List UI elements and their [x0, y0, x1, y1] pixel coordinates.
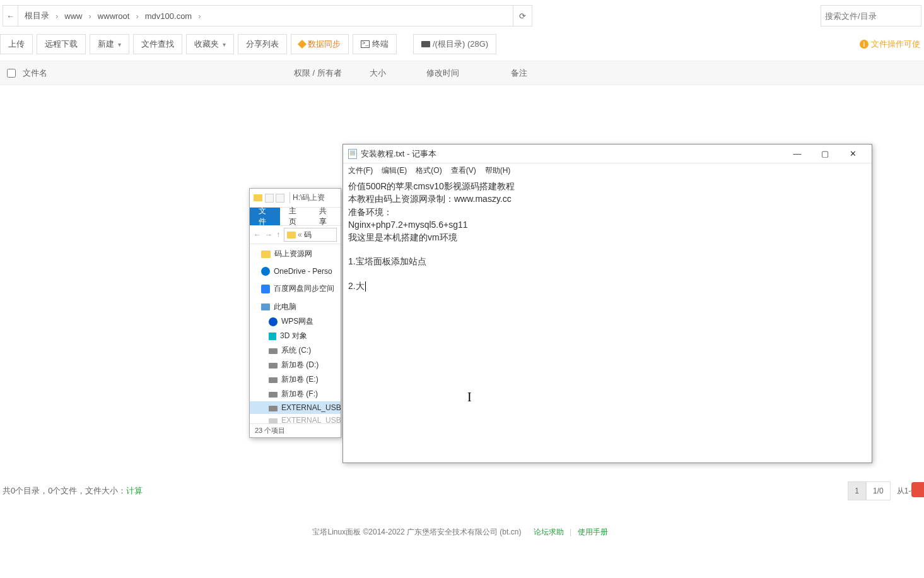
- breadcrumb: ← 根目录 › www › wwwroot › mdv100.com › ⟳: [3, 5, 532, 27]
- info-icon: i: [860, 40, 868, 49]
- breadcrumb-seg-wwwroot[interactable]: wwwroot: [91, 11, 136, 21]
- file-find-button[interactable]: 文件查找: [133, 34, 182, 54]
- forum-link[interactable]: 论坛求助: [534, 528, 564, 536]
- terminal-button[interactable]: 终端: [353, 34, 397, 54]
- drive-icon: [269, 377, 278, 383]
- back-button[interactable]: ←: [3, 5, 18, 27]
- folder-icon: [287, 232, 296, 239]
- explorer-titlebar[interactable]: H:\码上资: [250, 189, 341, 208]
- nav-back-icon[interactable]: ←: [254, 230, 261, 239]
- tree-item-folder[interactable]: 码上资源网: [250, 247, 341, 261]
- upload-button[interactable]: 上传: [0, 34, 33, 54]
- tab-share[interactable]: 共享: [310, 208, 341, 225]
- tree-item-3d[interactable]: 3D 对象: [250, 329, 341, 343]
- tree-item-drive-d[interactable]: 新加卷 (D:): [250, 358, 341, 372]
- col-mtime[interactable]: 修改时间: [426, 68, 508, 79]
- page-current[interactable]: 1: [848, 481, 866, 500]
- breadcrumb-seg-www[interactable]: www: [58, 11, 88, 21]
- explorer-tree: 码上资源网 OneDrive - Perso 百度网盘同步空间 此电脑 WPS网…: [250, 244, 341, 429]
- breadcrumb-seg-domain[interactable]: mdv100.com: [139, 11, 198, 21]
- minimize-button[interactable]: —: [783, 145, 811, 163]
- menu-file[interactable]: 文件(F): [348, 165, 373, 176]
- tree-item-baidu[interactable]: 百度网盘同步空间: [250, 281, 341, 296]
- col-size[interactable]: 大小: [370, 68, 426, 79]
- notepad-icon: [348, 149, 357, 159]
- qat-button[interactable]: [276, 194, 284, 203]
- tree-item-wps[interactable]: WPS网盘: [250, 314, 341, 329]
- text-cursor-icon: [365, 281, 366, 292]
- new-button[interactable]: 新建▾: [90, 34, 129, 54]
- refresh-button[interactable]: ⟳: [513, 5, 532, 27]
- table-header: 文件名 权限 / 所有者 大小 修改时间 备注: [0, 61, 924, 85]
- text-line: Nginx+php7.2+mysql5.6+sg11: [348, 218, 867, 231]
- wps-icon: [269, 317, 278, 326]
- tree-item-external-usb[interactable]: EXTERNAL_USB: [250, 401, 341, 414]
- folder-icon: [261, 251, 271, 258]
- qat-button[interactable]: [265, 194, 274, 203]
- notepad-content[interactable]: 价值500R的苹果cmsv10影视源码搭建教程 本教程由码上资源网录制：www.…: [343, 177, 872, 295]
- explorer-address-bar[interactable]: « 码: [284, 228, 337, 242]
- summary-bar: 共0个目录，0个文件，文件大小： 计算 1 1/0 从1-0: [0, 476, 924, 505]
- drive-icon: [269, 392, 278, 398]
- summary-text: 共0个目录，0个文件，文件大小：: [3, 485, 126, 497]
- explorer-window[interactable]: H:\码上资 文件 主页 共享 ← → ↑ « 码 码上资源网 OneDrive…: [249, 188, 341, 438]
- tree-item-drive-c[interactable]: 系统 (C:): [250, 343, 341, 358]
- calc-size-link[interactable]: 计算: [126, 485, 143, 497]
- tab-file[interactable]: 文件: [250, 208, 280, 225]
- text-line: 1.宝塔面板添加站点: [348, 255, 867, 268]
- 3d-icon: [269, 333, 276, 340]
- quick-access-toolbar: [265, 194, 284, 203]
- nav-forward-icon[interactable]: →: [265, 230, 272, 239]
- menu-format[interactable]: 格式(O): [416, 165, 442, 176]
- diamond-icon: [298, 40, 307, 49]
- file-ops-hint: i 文件操作可使: [860, 38, 924, 50]
- drive-icon: [269, 406, 278, 411]
- text-line: 准备环境：: [348, 206, 867, 218]
- tree-item-drive-e[interactable]: 新加卷 (E:): [250, 372, 341, 387]
- disk-icon: [421, 41, 430, 47]
- notepad-window[interactable]: 安装教程.txt - 记事本 — ▢ ✕ 文件(F) 编辑(E) 格式(O) 查…: [342, 144, 872, 463]
- col-permission[interactable]: 权限 / 所有者: [294, 68, 370, 79]
- share-list-button[interactable]: 分享列表: [238, 34, 287, 54]
- text-line: 我这里是本机搭建的vm环境: [348, 231, 867, 244]
- folder-icon: [254, 194, 262, 201]
- favorites-button[interactable]: 收藏夹▾: [186, 34, 234, 54]
- manual-link[interactable]: 使用手册: [578, 528, 608, 536]
- baidu-icon: [261, 285, 270, 293]
- maximize-button[interactable]: ▢: [811, 145, 839, 163]
- breadcrumb-seg-root[interactable]: 根目录: [18, 10, 56, 21]
- copyright-text: 宝塔Linux面板 ©2014-2022 广东堡塔安全技术有限公司 (bt.cn…: [312, 528, 521, 536]
- chevron-down-icon: ▾: [223, 41, 226, 48]
- remote-download-button[interactable]: 远程下载: [37, 34, 86, 54]
- chevron-down-icon: ▾: [118, 41, 121, 48]
- tree-item-drive-f[interactable]: 新加卷 (F:): [250, 387, 341, 401]
- pager: 1 1/0 从1-0: [848, 481, 921, 500]
- text-line: 价值500R的苹果cmsv10影视源码搭建教程: [348, 180, 867, 192]
- terminal-icon: [361, 40, 370, 48]
- ibeam-cursor-icon: I: [467, 390, 472, 404]
- explorer-ribbon-tabs: 文件 主页 共享: [250, 208, 341, 225]
- search-input-wrapper[interactable]: [821, 5, 921, 27]
- text-line: 2.大: [348, 280, 867, 292]
- nav-up-icon[interactable]: ↑: [276, 230, 280, 239]
- menu-edit[interactable]: 编辑(E): [382, 165, 407, 176]
- drive-icon: [269, 363, 278, 369]
- chevron-right-icon: ›: [198, 11, 201, 21]
- tree-item-thispc[interactable]: 此电脑: [250, 300, 341, 314]
- search-input[interactable]: [825, 11, 917, 21]
- pc-icon: [261, 304, 270, 310]
- notepad-menubar: 文件(F) 编辑(E) 格式(O) 查看(V) 帮助(H): [343, 163, 872, 177]
- drive-icon: [269, 348, 278, 354]
- data-sync-button[interactable]: 数据同步: [291, 34, 349, 54]
- select-all-checkbox[interactable]: [7, 69, 16, 78]
- notepad-titlebar[interactable]: 安装教程.txt - 记事本 — ▢ ✕: [343, 144, 872, 163]
- menu-view[interactable]: 查看(V): [451, 165, 476, 176]
- tree-item-onedrive[interactable]: OneDrive - Perso: [250, 265, 341, 278]
- toolbar: 上传 远程下载 新建▾ 文件查找 收藏夹▾ 分享列表 数据同步 终端 /(根目录…: [0, 28, 924, 61]
- tab-home[interactable]: 主页: [280, 208, 310, 225]
- close-button[interactable]: ✕: [839, 145, 867, 163]
- menu-help[interactable]: 帮助(H): [485, 165, 511, 176]
- disk-selector[interactable]: /(根目录) (28G): [413, 34, 496, 54]
- col-filename[interactable]: 文件名: [23, 68, 294, 79]
- corner-badge-icon[interactable]: [911, 482, 924, 497]
